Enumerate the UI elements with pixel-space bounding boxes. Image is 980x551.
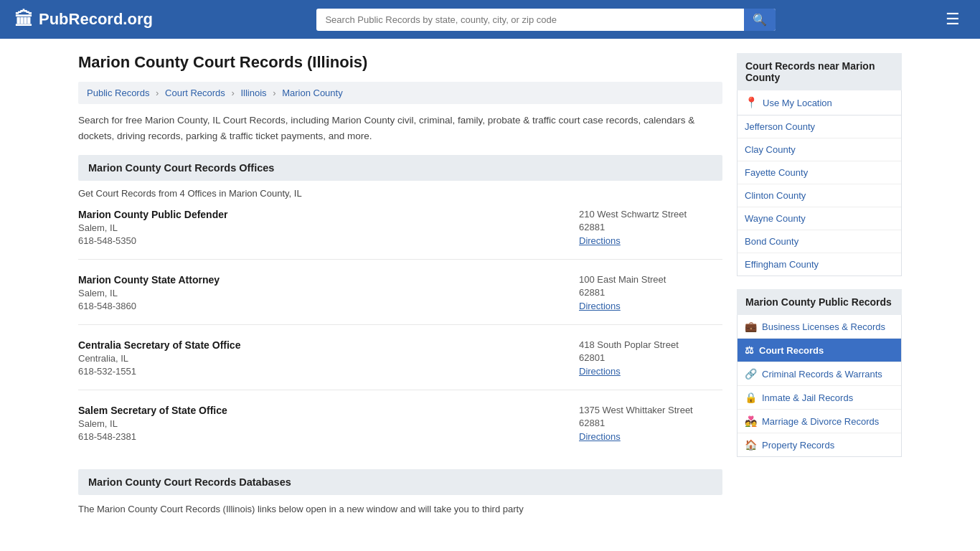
nearby-county-link[interactable]: Jefferson County xyxy=(745,121,815,132)
offices-list: Marion County Public Defender Salem, IL … xyxy=(78,209,722,455)
logo-icon: 🏛 xyxy=(14,9,33,31)
record-icon: 🔒 xyxy=(745,392,757,403)
office-zip: 62881 xyxy=(579,287,722,298)
nearby-list: 📍 Use My Location xyxy=(737,90,902,116)
main-content: Marion County Court Records (Illinois) P… xyxy=(78,53,722,517)
menu-button[interactable]: ☰ xyxy=(940,7,966,32)
public-record-link[interactable]: Criminal Records & Warrants xyxy=(762,369,882,380)
public-records-list: 💼 Business Licenses & Records ⚖ Court Re… xyxy=(737,315,902,457)
office-city: Salem, IL xyxy=(78,222,227,233)
office-address: 418 South Poplar Street xyxy=(579,339,722,350)
record-icon: ⚖ xyxy=(745,344,754,356)
office-name: Centralia Secretary of State Office xyxy=(78,339,240,351)
nearby-county-item[interactable]: Fayette County xyxy=(738,161,901,184)
databases-section-heading: Marion County Court Records Databases xyxy=(78,469,722,495)
office-left: Marion County Public Defender Salem, IL … xyxy=(78,209,227,246)
office-left: Centralia Secretary of State Office Cent… xyxy=(78,339,240,377)
search-area: 🔍 xyxy=(316,9,776,31)
office-address: 210 West Schwartz Street xyxy=(579,209,722,220)
logo-text: PubRecord.org xyxy=(39,10,153,29)
office-right: 100 East Main Street 62881 Directions xyxy=(579,274,722,311)
public-record-link[interactable]: Marriage & Divorce Records xyxy=(762,416,879,427)
office-zip: 62801 xyxy=(579,352,722,363)
directions-link[interactable]: Directions xyxy=(579,301,621,311)
public-record-item[interactable]: 💼 Business Licenses & Records xyxy=(738,315,901,339)
page-container: Marion County Court Records (Illinois) P… xyxy=(67,39,913,531)
office-address: 100 East Main Street xyxy=(579,274,722,285)
directions-link[interactable]: Directions xyxy=(579,235,621,246)
record-icon: 🏠 xyxy=(745,439,757,451)
use-location-label: Use My Location xyxy=(763,98,832,108)
office-city: Centralia, IL xyxy=(78,353,240,364)
nearby-county-item[interactable]: Wayne County xyxy=(738,207,901,230)
office-zip: 62881 xyxy=(579,222,722,232)
office-name: Marion County State Attorney xyxy=(78,274,220,286)
page-title: Marion County Court Records (Illinois) xyxy=(78,53,722,72)
office-phone: 618-548-2381 xyxy=(78,431,227,442)
nearby-county-link[interactable]: Wayne County xyxy=(745,213,806,224)
office-name: Salem Secretary of State Office xyxy=(78,405,227,416)
public-record-link[interactable]: Business Licenses & Records xyxy=(762,321,885,332)
nearby-county-link[interactable]: Fayette County xyxy=(745,167,808,178)
directions-link[interactable]: Directions xyxy=(579,366,621,377)
sidebar: Court Records near Marion County 📍 Use M… xyxy=(737,53,902,517)
office-phone: 618-548-5350 xyxy=(78,235,227,246)
public-records-heading: Marion County Public Records xyxy=(737,289,902,315)
nearby-county-link[interactable]: Effingham County xyxy=(745,259,819,270)
office-phone: 618-548-3860 xyxy=(78,301,220,311)
office-right: 1375 West Whittaker Street 62881 Directi… xyxy=(579,405,722,442)
office-count-text: Get Court Records from 4 Offices in Mari… xyxy=(78,188,722,199)
public-record-item[interactable]: 🔗 Criminal Records & Warrants xyxy=(738,362,901,386)
page-description: Search for free Marion County, IL Court … xyxy=(78,113,722,143)
office-entry: Centralia Secretary of State Office Cent… xyxy=(78,339,722,390)
breadcrumb-link-marion-county[interactable]: Marion County xyxy=(282,88,343,98)
nearby-box: Court Records near Marion County 📍 Use M… xyxy=(737,53,902,276)
public-record-item[interactable]: 💑 Marriage & Divorce Records xyxy=(738,410,901,433)
office-right: 418 South Poplar Street 62801 Directions xyxy=(579,339,722,377)
public-record-link[interactable]: Inmate & Jail Records xyxy=(762,392,853,403)
office-zip: 62881 xyxy=(579,418,722,428)
nearby-county-item[interactable]: Clinton County xyxy=(738,184,901,207)
nearby-county-link[interactable]: Clay County xyxy=(745,144,796,155)
breadcrumb: Public Records › Court Records › Illinoi… xyxy=(78,82,722,104)
office-entry: Marion County State Attorney Salem, IL 6… xyxy=(78,274,722,325)
office-right: 210 West Schwartz Street 62881 Direction… xyxy=(579,209,722,246)
record-icon: 💼 xyxy=(745,321,757,332)
office-entry: Salem Secretary of State Office Salem, I… xyxy=(78,405,722,455)
use-location-item[interactable]: 📍 Use My Location xyxy=(738,90,901,115)
public-record-item[interactable]: 🔒 Inmate & Jail Records xyxy=(738,386,901,410)
office-name: Marion County Public Defender xyxy=(78,209,227,220)
office-city: Salem, IL xyxy=(78,288,220,298)
office-address: 1375 West Whittaker Street xyxy=(579,405,722,415)
breadcrumb-link-court-records[interactable]: Court Records xyxy=(165,88,225,98)
office-entry: Marion County Public Defender Salem, IL … xyxy=(78,209,722,260)
nearby-county-link[interactable]: Bond County xyxy=(745,236,798,247)
nearby-counties-list: Jefferson CountyClay CountyFayette Count… xyxy=(737,116,902,276)
office-city: Salem, IL xyxy=(78,418,227,429)
public-record-link[interactable]: Property Records xyxy=(762,440,834,451)
directions-link[interactable]: Directions xyxy=(579,431,621,442)
nearby-county-item[interactable]: Clay County xyxy=(738,138,901,161)
nearby-county-link[interactable]: Clinton County xyxy=(745,190,806,201)
public-record-item[interactable]: ⚖ Court Records xyxy=(738,339,901,362)
location-icon: 📍 xyxy=(745,96,758,109)
nearby-county-item[interactable]: Jefferson County xyxy=(738,116,901,138)
public-record-link[interactable]: Court Records xyxy=(759,345,824,356)
record-icon: 🔗 xyxy=(745,368,757,380)
breadcrumb-link-public-records[interactable]: Public Records xyxy=(87,88,149,98)
search-button[interactable]: 🔍 xyxy=(744,9,776,31)
site-header: 🏛 PubRecord.org 🔍 ☰ xyxy=(0,0,980,39)
nearby-heading: Court Records near Marion County xyxy=(737,53,902,90)
nearby-county-item[interactable]: Effingham County xyxy=(738,253,901,276)
site-logo[interactable]: 🏛 PubRecord.org xyxy=(14,9,153,31)
databases-description: The Marion County Court Records (Illinoi… xyxy=(78,502,722,517)
search-input[interactable] xyxy=(316,9,776,31)
public-records-box: Marion County Public Records 💼 Business … xyxy=(737,289,902,457)
record-icon: 💑 xyxy=(745,415,757,427)
nearby-county-item[interactable]: Bond County xyxy=(738,230,901,253)
office-phone: 618-532-1551 xyxy=(78,366,240,377)
public-record-item[interactable]: 🏠 Property Records xyxy=(738,433,901,456)
offices-section-heading: Marion County Court Records Offices xyxy=(78,155,722,181)
office-left: Marion County State Attorney Salem, IL 6… xyxy=(78,274,220,311)
breadcrumb-link-illinois[interactable]: Illinois xyxy=(240,88,266,98)
